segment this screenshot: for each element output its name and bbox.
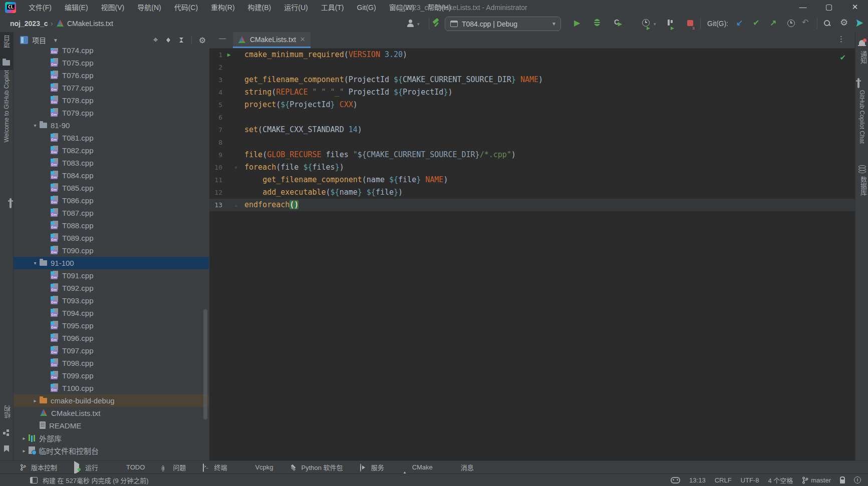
tree-row-T079.cpp[interactable]: C++T079.cpp	[14, 107, 209, 119]
copilot-chat-icon[interactable]	[857, 78, 859, 88]
tree-row-T082.cpp[interactable]: C++T082.cpp	[14, 144, 209, 157]
settings-gear-icon[interactable]: ⚙	[840, 18, 848, 28]
code-line-10[interactable]: 10▿foreach(file ${files})	[209, 161, 855, 174]
menu-item-9[interactable]: 工具(T)	[315, 0, 351, 15]
menu-item-1[interactable]: 文件(F)	[22, 0, 58, 15]
tree-row-T097.cpp[interactable]: C++T097.cpp	[14, 344, 209, 357]
tree-row-T077.cpp[interactable]: C++T077.cpp	[14, 82, 209, 94]
close-button[interactable]: ✕	[842, 0, 868, 15]
attach-process-button[interactable]: ▶	[667, 19, 674, 26]
tree-row-T084.cpp[interactable]: C++T084.cpp	[14, 169, 209, 182]
breadcrumb-file[interactable]: CMakeLists.txt	[67, 15, 113, 32]
hide-tool-window-icon[interactable]: —	[219, 34, 226, 42]
minimize-button[interactable]: —	[790, 0, 816, 15]
fold-end-icon[interactable]: ▵	[232, 199, 239, 211]
tree-row-T095.cpp[interactable]: C++T095.cpp	[14, 319, 209, 332]
tree-row-T099.cpp[interactable]: C++T099.cpp	[14, 369, 209, 382]
locate-file-icon[interactable]: ⌖	[153, 35, 158, 45]
code-line-4[interactable]: 4string(REPLACE " " "_" ProjectId ${Proj…	[209, 86, 855, 99]
unlock-icon[interactable]	[840, 479, 845, 483]
stripe-structure-button[interactable]: 结构	[3, 405, 13, 418]
stripe-project-button[interactable]: 项目	[3, 35, 12, 48]
tree-row-T085.cpp[interactable]: C++T085.cpp	[14, 182, 209, 194]
fold-start-icon[interactable]: ▿	[232, 161, 239, 174]
stripe-notifications-button[interactable]: 通知	[858, 51, 868, 64]
tool-window-button-消息[interactable]: 消息	[450, 462, 474, 472]
tool-window-button-终端[interactable]: 终端	[203, 462, 227, 472]
tree-row-T089.cpp[interactable]: C++T089.cpp	[14, 232, 209, 244]
menu-item-5[interactable]: 代码(C)	[168, 0, 204, 15]
profiler-dropdown-icon[interactable]: ▾	[654, 19, 656, 29]
tree-row-T075.cpp[interactable]: C++T075.cpp	[14, 57, 209, 69]
tree-row-T083.cpp[interactable]: C++T083.cpp	[14, 157, 209, 169]
rollback-icon[interactable]: ↶	[802, 18, 808, 28]
expand-all-icon[interactable]	[165, 37, 171, 43]
tree-row-临时文件和控制台[interactable]: ▸临时文件和控制台	[14, 444, 209, 457]
bookmark-icon[interactable]	[4, 445, 9, 452]
chevron-down-icon[interactable]: ▾	[31, 123, 40, 128]
tree-row-T086.cpp[interactable]: C++T086.cpp	[14, 194, 209, 207]
tab-cmakelists[interactable]: CMakeLists.txt ✕	[233, 32, 311, 48]
tree-row-T087.cpp[interactable]: C++T087.cpp	[14, 207, 209, 219]
project-view-dropdown-icon[interactable]: ▼	[53, 38, 58, 43]
code-line-1[interactable]: 1▶cmake_minimum_required(VERSION 3.20)	[209, 49, 855, 61]
chevron-down-icon[interactable]: ▾	[31, 260, 40, 266]
layout-icon[interactable]	[30, 477, 38, 483]
tree-row-T091.cpp[interactable]: C++T091.cpp	[14, 269, 209, 282]
code-line-12[interactable]: 12 add_executable(${name} ${file})	[209, 186, 855, 199]
tool-window-button-版本控制[interactable]: 版本控制	[20, 462, 57, 472]
menu-item-3[interactable]: 视图(V)	[95, 0, 131, 15]
tree-row-CMakeLists.txt[interactable]: CMakeLists.txt	[14, 407, 209, 419]
tab-options-kebab-icon[interactable]: ⋮	[837, 35, 845, 44]
tree-row-T078.cpp[interactable]: C++T078.cpp	[14, 94, 209, 107]
code-line-6[interactable]: 6	[209, 111, 855, 124]
run-button[interactable]: ▶	[574, 18, 580, 28]
project-stripe-folder-icon[interactable]	[3, 60, 10, 66]
maximize-button[interactable]: ▢	[816, 0, 842, 15]
code-line-2[interactable]: 2	[209, 61, 855, 74]
tree-row-91-100[interactable]: ▾91-100	[14, 257, 209, 269]
run-configuration-select[interactable]: T084.cpp | Debug ▼	[445, 17, 561, 31]
build-hammer-icon[interactable]	[432, 18, 441, 27]
tree-row-T096.cpp[interactable]: C++T096.cpp	[14, 332, 209, 344]
user-avatar-icon[interactable]	[407, 19, 415, 27]
avatar-dropdown-icon[interactable]: ▾	[417, 19, 420, 29]
git-push-icon[interactable]: ↗	[770, 18, 776, 28]
code-line-11[interactable]: 11 get_filename_component(name ${file} N…	[209, 174, 855, 186]
breadcrumb-project[interactable]: noj_2023_c	[10, 15, 48, 32]
menu-item-7[interactable]: 构建(B)	[241, 0, 278, 15]
tree-row-T098.cpp[interactable]: C++T098.cpp	[14, 357, 209, 369]
tree-scrollbar[interactable]	[203, 309, 207, 419]
event-log-icon[interactable]: !	[854, 476, 861, 483]
stop-button[interactable]: 3	[687, 20, 693, 26]
debug-button[interactable]	[594, 19, 600, 26]
git-update-icon[interactable]: ↙	[736, 18, 743, 28]
tool-window-button-服务[interactable]: 服务	[360, 462, 384, 472]
menu-item-10[interactable]: Git(G)	[351, 0, 383, 15]
tool-window-button-运行[interactable]: 运行	[74, 462, 98, 472]
tree-row-T092.cpp[interactable]: C++T092.cpp	[14, 282, 209, 294]
code-line-5[interactable]: 5project(${ProjectId} CXX)	[209, 99, 855, 111]
code-line-13[interactable]: 13▵endforeach()	[209, 199, 855, 211]
code-line-3[interactable]: 3get_filename_component(ProjectId ${CMAK…	[209, 74, 855, 86]
status-message[interactable]: 构建 在 527毫秒 内完成 (9 分钟之前)	[43, 475, 149, 485]
tree-row-T088.cpp[interactable]: C++T088.cpp	[14, 219, 209, 232]
history-icon[interactable]	[787, 20, 795, 27]
stripe-copilot-welcome-button[interactable]: Welcome to GitHub Copilot	[3, 70, 10, 143]
tree-row-README[interactable]: README	[14, 419, 209, 432]
tab-close-icon[interactable]: ✕	[300, 36, 306, 43]
search-everywhere-icon[interactable]	[823, 20, 830, 27]
database-icon[interactable]	[858, 165, 866, 168]
git-commit-icon[interactable]: ✔	[753, 18, 759, 28]
tree-row-T076.cpp[interactable]: C++T076.cpp	[14, 69, 209, 82]
plugin-icon[interactable]	[855, 19, 863, 27]
code-line-9[interactable]: 9file(GLOB_RECURSE files "${CMAKE_CURREN…	[209, 149, 855, 161]
menu-item-4[interactable]: 导航(N)	[131, 0, 167, 15]
tool-window-button-Python 软件包[interactable]: Python 软件包	[291, 462, 343, 472]
code-editor[interactable]: 1▶cmake_minimum_required(VERSION 3.20)23…	[209, 48, 855, 461]
chevron-right-icon[interactable]: ▸	[20, 448, 29, 453]
panel-settings-gear-icon[interactable]: ⚙	[199, 36, 206, 45]
profiler-button[interactable]: ▶	[642, 19, 650, 27]
tree-row-T074.cpp[interactable]: C++T074.cpp	[14, 48, 209, 57]
chevron-right-icon[interactable]: ▸	[31, 398, 40, 403]
